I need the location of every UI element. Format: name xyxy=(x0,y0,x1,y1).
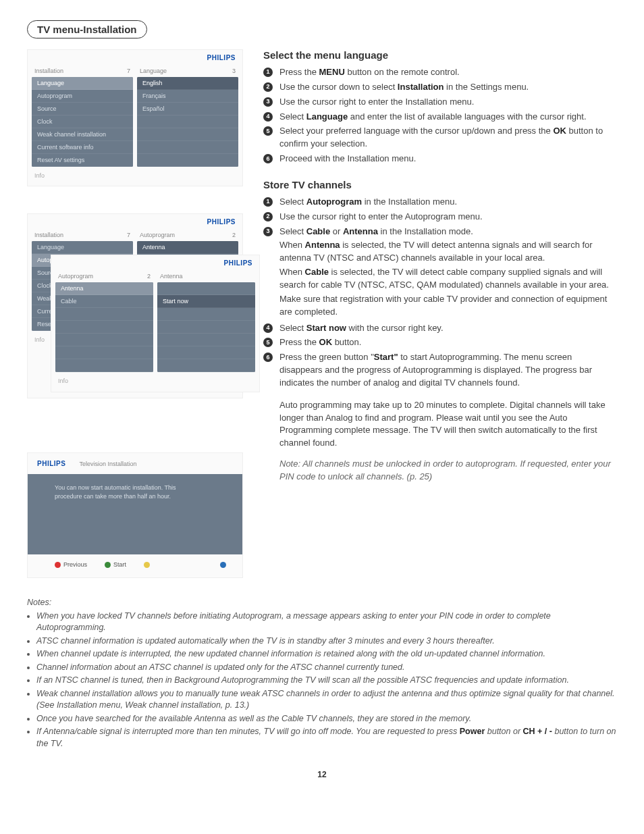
menu-item xyxy=(55,321,153,334)
step-badge: 4 xyxy=(263,112,273,122)
step-text: Select Language and enter the list of av… xyxy=(279,111,617,124)
step-badge: 5 xyxy=(263,338,273,347)
panel-header: Installation xyxy=(34,68,63,74)
menu-item xyxy=(137,115,238,128)
menu-item xyxy=(55,334,153,346)
menu-item: Start now xyxy=(157,295,255,308)
blue-dot-icon xyxy=(220,562,226,568)
menu-item xyxy=(157,359,255,372)
menu-item: Español xyxy=(137,103,238,115)
menu-item: Source xyxy=(32,103,133,115)
step-text: Use the cursor right to enter the Autopr… xyxy=(279,211,617,224)
step-badge: 6 xyxy=(263,353,273,362)
panel-count: 2 xyxy=(147,273,151,280)
install-message: You can now start automatic installation… xyxy=(55,484,215,492)
menu-item xyxy=(157,282,255,295)
page-number: 12 xyxy=(27,770,617,779)
panel-header: Autoprogram xyxy=(140,232,175,238)
note-item: If an NTSC channel is tuned, then in Bac… xyxy=(36,675,617,687)
section-heading-store: Store TV channels xyxy=(263,179,617,190)
step-text: Press the MENU button on the remote cont… xyxy=(279,66,617,79)
tv-screen-language: PHILIPS Installation7 Language Autoprogr… xyxy=(27,49,243,186)
note-item: When channel update is interrupted, the … xyxy=(36,648,617,660)
menu-item: Current software info xyxy=(32,141,133,154)
brand-logo: PHILIPS xyxy=(224,259,252,267)
notes-section: Notes: When you have locked TV channels … xyxy=(27,597,617,750)
menu-item xyxy=(137,141,238,154)
panel-footer: Info xyxy=(55,372,255,387)
note-item: Once you have searched for the available… xyxy=(36,713,617,725)
language-steps: 1Press the MENU button on the remote con… xyxy=(263,66,617,165)
section-heading-language: Select the menu language xyxy=(263,49,617,61)
step-text: Select Autoprogram in the Installation m… xyxy=(279,196,617,209)
inline-note: Note: All channels must be unlocked in o… xyxy=(279,458,617,484)
menu-item xyxy=(157,308,255,321)
step-badge: 2 xyxy=(263,212,273,221)
menu-item: Clock xyxy=(32,115,133,128)
menu-item: Antenna xyxy=(55,282,153,295)
step-text: Select Start now with the cursor right k… xyxy=(279,322,617,335)
green-dot-icon xyxy=(105,562,111,568)
step-text: Use the cursor right to enter the Instal… xyxy=(279,96,617,109)
store-steps: 1Select Autoprogram in the Installation … xyxy=(263,196,617,484)
menu-item xyxy=(55,308,153,321)
panel-header: Language xyxy=(140,68,167,74)
red-dot-icon xyxy=(55,562,61,568)
menu-item: Reset AV settings xyxy=(32,154,133,167)
panel-header: Autoprogram xyxy=(58,273,93,280)
menu-item xyxy=(55,359,153,372)
menu-item xyxy=(157,346,255,359)
notes-title: Notes: xyxy=(27,597,617,609)
step-badge: 3 xyxy=(263,97,273,107)
panel-count: 7 xyxy=(127,68,130,74)
yellow-button xyxy=(144,561,153,568)
brand-logo: PHILIPS xyxy=(207,218,236,226)
menu-item xyxy=(157,321,255,334)
page-title: TV menu-Installation xyxy=(27,20,147,38)
step-badge: 6 xyxy=(263,154,273,163)
menu-item: English xyxy=(137,77,238,90)
menu-item: Autoprogram xyxy=(32,90,133,103)
menu-item xyxy=(137,128,238,141)
panel-count: 7 xyxy=(127,232,130,238)
yellow-dot-icon xyxy=(144,562,150,568)
menu-item: Weak channel installation xyxy=(32,128,133,141)
step-text: Press the green button "Start" to start … xyxy=(279,351,617,484)
step-text: Use the cursor down to select Installati… xyxy=(279,81,617,94)
tv-screen-install: PHILIPS Television Installation You can … xyxy=(27,452,243,578)
step-badge: 1 xyxy=(263,197,273,207)
panel-header: Installation xyxy=(34,232,63,238)
menu-item: Language xyxy=(32,241,133,254)
step-text: Select Cable or Antenna in the Installat… xyxy=(279,226,617,320)
step-badge: 5 xyxy=(263,126,273,136)
menu-item xyxy=(157,334,255,346)
step-text: Proceed with the Installation menu. xyxy=(279,153,617,165)
note-item: Channel information about an ATSC channe… xyxy=(36,662,617,674)
step-badge: 3 xyxy=(263,227,273,236)
step-badge: 2 xyxy=(263,82,273,92)
menu-item: Français xyxy=(137,90,238,103)
previous-button: Previous xyxy=(55,561,87,568)
note-item: If Antenna/cable signal is interrupted m… xyxy=(36,726,617,750)
tv-screen-autoprogram: PHILIPS Installation7 Language Autoprogr… xyxy=(27,213,243,398)
panel-header: Antenna xyxy=(160,273,183,280)
panel-count: 2 xyxy=(232,232,236,238)
note-item: When you have locked TV channels before … xyxy=(36,610,617,634)
note-item: ATSC channel information is updated auto… xyxy=(36,635,617,648)
panel-footer: Info xyxy=(32,167,238,182)
step-text: Select your preferred language with the … xyxy=(279,125,617,151)
install-message: procedure can take more than half an hou… xyxy=(55,492,215,501)
install-title: Television Installation xyxy=(79,461,136,467)
menu-item xyxy=(55,346,153,359)
note-item: Weak channel installation allows you to … xyxy=(36,688,617,712)
brand-logo: PHILIPS xyxy=(207,54,236,61)
start-button: Start xyxy=(105,561,126,568)
menu-item: Language xyxy=(32,77,133,90)
blue-button xyxy=(220,561,229,568)
brand-logo: PHILIPS xyxy=(37,460,65,467)
panel-count: 3 xyxy=(232,68,236,74)
step-badge: 4 xyxy=(263,323,273,333)
menu-item: Cable xyxy=(55,295,153,308)
step-badge: 1 xyxy=(263,68,273,77)
menu-item: Antenna xyxy=(137,241,238,254)
